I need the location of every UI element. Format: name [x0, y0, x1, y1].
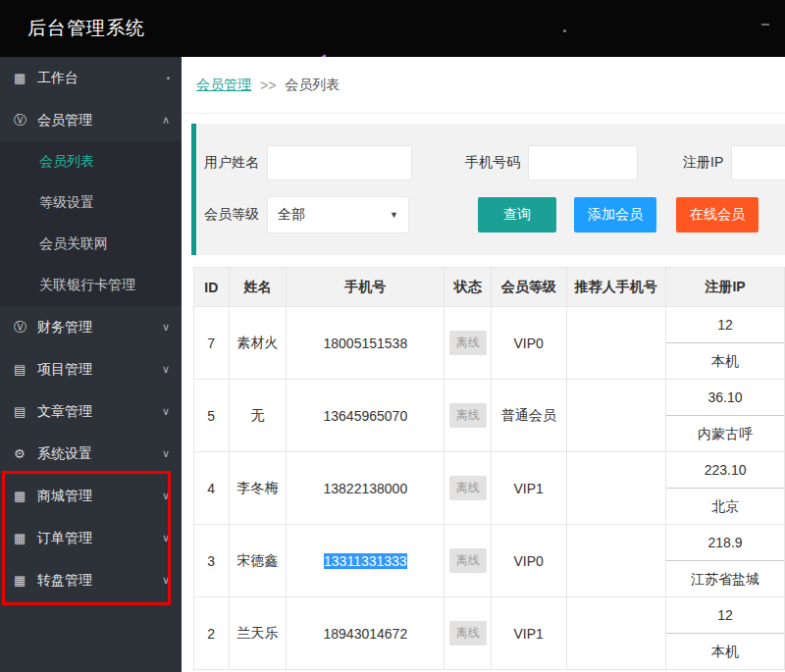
- cell-register-ip: 218.9江苏省盐城: [666, 525, 785, 597]
- register-location-value: 内蒙古呼: [666, 416, 784, 451]
- cell-referrer: [566, 525, 666, 597]
- cell-name: 宋德鑫: [229, 525, 287, 597]
- status-badge: 离线: [449, 476, 487, 500]
- sidebar-item-bank-card-management[interactable]: 关联银行卡管理: [0, 265, 182, 306]
- chevron-down-icon: ∨: [162, 405, 170, 418]
- sidebar-item-member-management[interactable]: Ⓥ会员管理∧: [0, 99, 182, 141]
- breadcrumb-parent-link[interactable]: 会员管理: [196, 77, 251, 94]
- sidebar-item-label: 财务管理: [37, 319, 162, 336]
- column-header: 会员等级: [491, 268, 566, 307]
- grid-icon: ▦: [14, 71, 37, 85]
- cell-phone[interactable]: 18943014672: [287, 597, 445, 670]
- register-location-value: 本机: [666, 634, 784, 669]
- chevron-down-icon: ∨: [162, 447, 170, 460]
- sidebar-item-member-network[interactable]: 会员关联网: [0, 224, 182, 265]
- sidebar-item-project-management[interactable]: ▤项目管理∨: [0, 348, 182, 390]
- cell-register-ip: 36.10内蒙古呼: [666, 380, 785, 452]
- sidebar-item-mall-management[interactable]: ▦商城管理∨: [0, 475, 182, 517]
- add-member-button[interactable]: 添加会员: [574, 197, 656, 233]
- app-window: 后台管理系统 ▦工作台•Ⓥ会员管理∧会员列表等级设置会员关联网关联银行卡管理Ⓥ财…: [0, 0, 785, 672]
- chevron-up-icon: ∧: [162, 114, 170, 127]
- sidebar-item-order-management[interactable]: ▦订单管理∨: [0, 517, 182, 559]
- cell-level: 普通会员: [491, 380, 566, 452]
- dot-icon: •: [167, 74, 170, 83]
- cell-register-ip: 12本机: [666, 307, 785, 380]
- register-ip-input[interactable]: [731, 145, 785, 181]
- chevron-down-icon: ∨: [162, 321, 170, 334]
- sidebar-item-wheel-management[interactable]: ▦转盘管理∨: [0, 559, 182, 601]
- column-header: 状态: [445, 268, 492, 307]
- grid-icon: ▦: [14, 573, 37, 588]
- cell-phone[interactable]: 13645965070: [287, 380, 445, 452]
- doc-icon: ▤: [14, 404, 37, 419]
- grid-icon: ▦: [14, 531, 37, 545]
- cell-level: VIP0: [491, 525, 566, 597]
- cell-referrer: [566, 307, 666, 380]
- cell-phone[interactable]: 13822138000: [287, 452, 445, 525]
- member-level-label: 会员等级: [204, 206, 259, 224]
- cell-name: 素材火: [229, 307, 287, 380]
- column-header: 手机号: [287, 268, 445, 307]
- table-row: 4李冬梅13822138000离线VIP1223.10北京: [194, 452, 785, 525]
- sidebar-item-label: 会员管理: [37, 112, 162, 129]
- filter-panel: 用户姓名 手机号码 注册IP 会员等级 全部 ▼ 查询 添加会员 在线会员: [191, 124, 785, 255]
- phone-input[interactable]: [528, 145, 638, 181]
- cell-status: 离线: [445, 307, 492, 380]
- gear-icon: ⚙: [14, 446, 37, 461]
- register-ip-value: 12: [666, 597, 784, 634]
- register-ip-value: 12: [666, 307, 784, 343]
- register-location-value: 江苏省盐城: [666, 561, 784, 596]
- table-row: 7素材火18005151538离线VIP012本机: [194, 307, 785, 380]
- sidebar-item-article-management[interactable]: ▤文章管理∨: [0, 390, 182, 433]
- topbar-dash-mark: [761, 24, 769, 26]
- chevron-down-icon: ∨: [162, 363, 170, 376]
- cell-level: VIP0: [491, 307, 566, 380]
- sidebar-nav: ▦工作台•Ⓥ会员管理∧会员列表等级设置会员关联网关联银行卡管理Ⓥ财务管理∨▤项目…: [0, 57, 182, 601]
- cell-phone[interactable]: 13311331333: [287, 525, 445, 597]
- circle-v-icon: Ⓥ: [14, 112, 37, 129]
- sidebar-item-label: 工作台: [37, 70, 167, 87]
- column-header: 推荐人手机号: [566, 268, 666, 307]
- username-input[interactable]: [267, 145, 412, 181]
- cell-referrer: [566, 597, 666, 670]
- sidebar-item-label: 系统设置: [37, 445, 162, 463]
- cell-name: 无: [229, 380, 287, 452]
- username-label: 用户姓名: [204, 154, 259, 172]
- sidebar-item-member-list[interactable]: 会员列表: [0, 141, 182, 182]
- topbar: 后台管理系统: [0, 0, 785, 57]
- chevron-down-icon: ∨: [162, 490, 170, 502]
- sidebar-item-workbench[interactable]: ▦工作台•: [0, 57, 182, 99]
- status-badge: 离线: [449, 331, 487, 355]
- cell-level: VIP1: [491, 452, 566, 525]
- app-title: 后台管理系统: [0, 16, 145, 41]
- search-button[interactable]: 查询: [478, 197, 556, 233]
- sidebar-item-system-settings[interactable]: ⚙系统设置∨: [0, 433, 182, 475]
- column-header: ID: [194, 268, 230, 307]
- member-level-select[interactable]: 全部 ▼: [267, 196, 409, 233]
- sidebar-item-label: 订单管理: [37, 530, 162, 547]
- status-badge: 离线: [449, 548, 487, 573]
- table-row: 2兰天乐18943014672离线VIP112本机: [194, 597, 785, 670]
- cell-name: 兰天乐: [229, 597, 287, 670]
- cell-level: VIP1: [491, 597, 566, 670]
- online-members-button[interactable]: 在线会员: [676, 197, 759, 233]
- register-location-value: 北京: [666, 489, 784, 524]
- breadcrumb-current: 会员列表: [285, 77, 340, 94]
- cell-phone[interactable]: 18005151538: [287, 307, 445, 380]
- dropdown-arrow-icon: ▼: [390, 210, 398, 220]
- cell-id: 2: [194, 597, 230, 670]
- sidebar-item-level-settings[interactable]: 等级设置: [0, 182, 182, 224]
- breadcrumb: 会员管理 >> 会员列表: [182, 57, 785, 114]
- member-table: ID姓名手机号状态会员等级推荐人手机号注册IP 7素材火18005151538离…: [193, 267, 785, 670]
- cell-id: 4: [194, 452, 230, 525]
- sidebar-item-finance-management[interactable]: Ⓥ财务管理∨: [0, 306, 182, 348]
- register-location-value: 本机: [666, 343, 784, 379]
- chevron-down-icon: ∨: [162, 574, 170, 587]
- member-level-selected-value: 全部: [278, 206, 305, 224]
- cell-id: 3: [194, 525, 230, 597]
- status-badge: 离线: [449, 403, 487, 428]
- doc-icon: ▤: [14, 362, 37, 377]
- sidebar-item-label: 文章管理: [37, 403, 162, 421]
- cell-referrer: [566, 380, 666, 452]
- column-header: 注册IP: [666, 268, 785, 307]
